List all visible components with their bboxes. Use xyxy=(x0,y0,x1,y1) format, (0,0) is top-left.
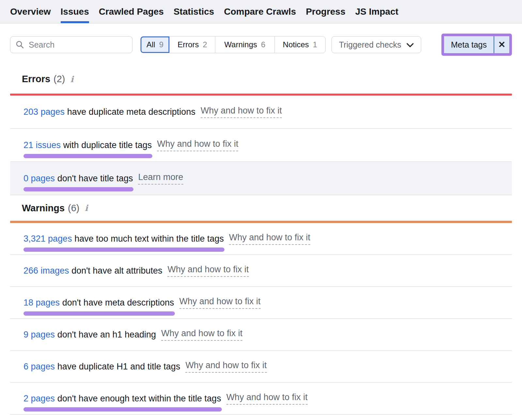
close-icon[interactable]: ✕ xyxy=(494,36,509,53)
issue-sentence: 21 issueswith duplicate title tags xyxy=(23,140,152,150)
filter-count: 1 xyxy=(313,40,317,49)
issue-text: have duplicate meta descriptions xyxy=(67,107,195,117)
issue-count-link[interactable]: 9 pages xyxy=(23,330,55,339)
issue-text: don't have alt attributes xyxy=(71,266,162,276)
search-input[interactable] xyxy=(10,36,132,53)
why-and-how-to-fix-it-link[interactable]: Why and how to fix it xyxy=(161,328,242,341)
issue-row: 203 pageshave duplicate meta description… xyxy=(10,96,512,129)
issue-row: 2 pagesdon't have enough text within the… xyxy=(10,383,512,415)
purple-highlight-bar xyxy=(23,407,222,412)
filter-label: All xyxy=(146,40,155,49)
purple-highlight-bar xyxy=(23,154,152,158)
tab-issues[interactable]: Issues xyxy=(61,0,89,23)
issue-section: Errors (2) i 203 pageshave duplicate met… xyxy=(10,65,512,195)
issue-count-link[interactable]: 2 pages xyxy=(23,394,55,403)
issue-sentence: 203 pageshave duplicate meta description… xyxy=(23,107,195,117)
issue-text: don't have title tags xyxy=(57,173,133,183)
why-and-how-to-fix-it-link[interactable]: Why and how to fix it xyxy=(201,106,282,118)
filter-all[interactable]: All9 xyxy=(141,37,169,53)
filter-label: Warnings xyxy=(224,40,257,49)
severity-filter-group: All9Errors2Warnings6Notices1 xyxy=(140,36,326,53)
issue-sentence: 9 pagesdon't have an h1 heading xyxy=(23,330,156,340)
filter-count: 9 xyxy=(159,40,163,49)
info-icon[interactable]: i xyxy=(70,74,74,84)
section-count: (2) xyxy=(54,74,65,84)
issue-text: with duplicate title tags xyxy=(63,140,152,150)
tab-crawled-pages[interactable]: Crawled Pages xyxy=(99,0,164,23)
meta-tags-filter-chip: Meta tags ✕ xyxy=(441,34,512,56)
meta-tags-chip-label: Meta tags xyxy=(444,36,494,53)
issue-sentence: 0 pagesdon't have title tags xyxy=(23,173,133,184)
issue-text: don't have enough text within the title … xyxy=(57,394,221,403)
issue-count-link[interactable]: 0 pages xyxy=(23,173,55,183)
learn-more-link[interactable]: Learn more xyxy=(138,172,183,185)
section-accent-bar xyxy=(10,221,512,223)
issue-count-link[interactable]: 203 pages xyxy=(23,107,65,117)
issue-row: 9 pagesdon't have an h1 heading Why and … xyxy=(10,319,512,351)
nav-tabs: OverviewIssuesCrawled PagesStatisticsCom… xyxy=(10,0,398,23)
why-and-how-to-fix-it-link[interactable]: Why and how to fix it xyxy=(226,392,308,405)
search-icon xyxy=(16,40,24,49)
why-and-how-to-fix-it-link[interactable]: Why and how to fix it xyxy=(229,232,310,245)
section-header: Warnings (6) i xyxy=(10,195,512,221)
tab-js-impact[interactable]: JS Impact xyxy=(355,0,398,23)
section-header: Errors (2) i xyxy=(10,65,512,94)
section-count: (6) xyxy=(68,203,79,214)
why-and-how-to-fix-it-link[interactable]: Why and how to fix it xyxy=(185,360,267,373)
issue-row: 21 issueswith duplicate title tags Why a… xyxy=(10,129,512,162)
triggered-checks-label: Triggered checks xyxy=(339,40,401,50)
issue-sentence: 6 pageshave duplicate H1 and title tags xyxy=(23,362,180,372)
issue-section: Warnings (6) i 3,321 pageshave too much … xyxy=(10,195,512,415)
issue-count-link[interactable]: 3,321 pages xyxy=(23,234,72,244)
top-nav: OverviewIssuesCrawled PagesStatisticsCom… xyxy=(0,0,522,23)
issue-row: 18 pagesdon't have meta descriptions Why… xyxy=(10,287,512,319)
issue-count-link[interactable]: 266 images xyxy=(23,266,69,276)
filter-label: Notices xyxy=(283,40,309,49)
issue-sentence: 2 pagesdon't have enough text within the… xyxy=(23,394,221,404)
issue-row: 6 pageshave duplicate H1 and title tags … xyxy=(10,351,512,383)
issue-sentence: 3,321 pageshave too much text within the… xyxy=(23,234,224,244)
issue-count-link[interactable]: 6 pages xyxy=(23,362,55,371)
issues-list: Errors (2) i 203 pageshave duplicate met… xyxy=(10,65,512,415)
issue-text: don't have an h1 heading xyxy=(57,330,156,339)
purple-highlight-bar xyxy=(23,187,133,191)
issue-row: 266 imagesdon't have alt attributes Why … xyxy=(10,255,512,287)
chevron-down-icon xyxy=(407,43,414,48)
issues-toolbar: All9Errors2Warnings6Notices1 Triggered c… xyxy=(10,34,512,56)
tab-progress[interactable]: Progress xyxy=(306,0,345,23)
issue-count-link[interactable]: 21 issues xyxy=(23,140,61,150)
search-box xyxy=(10,36,132,53)
issue-row: 0 pagesdon't have title tags Learn more xyxy=(10,162,512,195)
why-and-how-to-fix-it-link[interactable]: Why and how to fix it xyxy=(179,296,261,309)
section-rows: 203 pageshave duplicate meta description… xyxy=(10,96,512,195)
filter-errors[interactable]: Errors2 xyxy=(169,37,215,53)
triggered-checks-dropdown[interactable]: Triggered checks xyxy=(331,36,421,53)
issue-text: don't have meta descriptions xyxy=(62,298,174,308)
filter-label: Errors xyxy=(177,40,199,49)
issue-text: have duplicate H1 and title tags xyxy=(57,362,180,371)
tab-overview[interactable]: Overview xyxy=(10,0,51,23)
purple-highlight-bar xyxy=(23,311,175,316)
filter-count: 2 xyxy=(203,40,207,49)
why-and-how-to-fix-it-link[interactable]: Why and how to fix it xyxy=(167,264,249,277)
filter-notices[interactable]: Notices1 xyxy=(274,37,325,53)
tab-statistics[interactable]: Statistics xyxy=(174,0,214,23)
section-title: Warnings xyxy=(22,203,65,214)
issue-sentence: 18 pagesdon't have meta descriptions xyxy=(23,298,174,308)
issue-sentence: 266 imagesdon't have alt attributes xyxy=(23,266,162,276)
filter-warnings[interactable]: Warnings6 xyxy=(215,37,274,53)
section-title: Errors xyxy=(22,74,50,84)
tab-compare-crawls[interactable]: Compare Crawls xyxy=(224,0,296,23)
section-rows: 3,321 pageshave too much text within the… xyxy=(10,223,512,415)
purple-highlight-bar xyxy=(23,248,224,252)
issue-row: 3,321 pageshave too much text within the… xyxy=(10,223,512,255)
why-and-how-to-fix-it-link[interactable]: Why and how to fix it xyxy=(157,139,238,151)
filter-count: 6 xyxy=(261,40,265,49)
info-icon[interactable]: i xyxy=(85,203,88,213)
issue-count-link[interactable]: 18 pages xyxy=(23,298,60,308)
issue-text: have too much text within the title tags xyxy=(74,234,224,244)
